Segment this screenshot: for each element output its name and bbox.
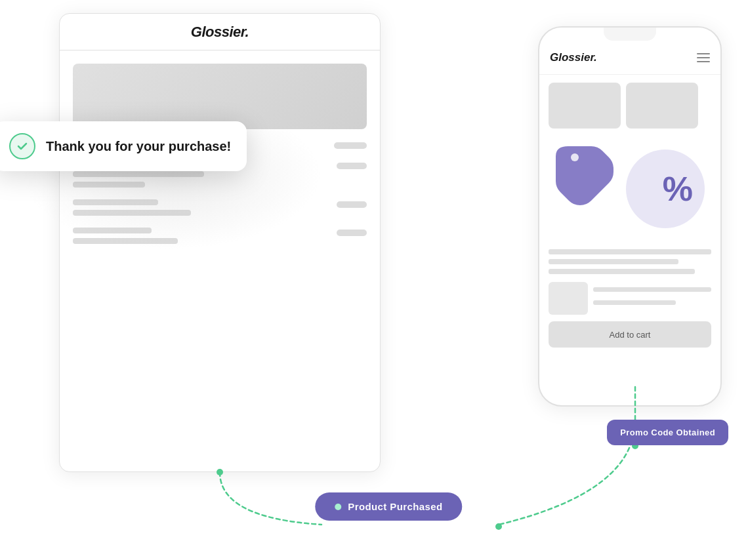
add-to-cart-button[interactable]: Add to cart [549,321,711,348]
mobile-notch [604,28,656,41]
svg-point-2 [495,523,502,530]
hamburger-line-3 [697,61,710,62]
check-circle [9,133,35,159]
mobile-content-lines [549,249,711,274]
line-placeholder [73,210,191,216]
checkmark-icon [16,140,29,153]
pill-placeholder [334,142,367,149]
mobile-image-right [626,83,698,129]
promo-code-label: Promo Code Obtained [607,420,728,445]
thank-you-notification: Thank you for your purchase! [0,121,247,171]
promo-illustration: % [549,136,711,241]
mobile-line [549,249,711,254]
mobile-product-details [593,282,711,315]
pill-placeholder [337,163,367,169]
content-row-3 [73,199,367,216]
browser-mockup: Glossier. [59,13,381,472]
mobile-mockup: Glossier. % [538,26,722,407]
mobile-line [593,287,711,292]
mobile-line [549,269,695,274]
product-purchased-label: Product Purchased [315,492,462,521]
product-purchased-dot [335,504,341,510]
mobile-image-left [549,83,621,129]
percent-icon: % [663,169,693,209]
content-row-4 [73,228,367,244]
line-placeholder [73,199,158,205]
mobile-product-row [549,282,711,315]
line-placeholder [73,182,145,188]
mobile-header: Glossier. [539,41,720,75]
line-placeholder [73,238,178,244]
browser-header: Glossier. [60,14,380,50]
mobile-images-row [549,83,711,129]
line-placeholder [73,228,152,233]
hamburger-line-1 [697,53,710,54]
pill-placeholder [337,201,367,208]
scene: Glossier. [0,0,748,560]
add-to-cart-label: Add to cart [610,330,651,340]
thank-you-text: Thank you for your purchase! [46,139,231,154]
mobile-product-image [549,282,588,315]
mobile-logo: Glossier. [550,51,597,64]
pill-placeholder [337,230,367,236]
mobile-line [549,259,678,264]
promo-code-text: Promo Code Obtained [620,428,715,437]
banner-placeholder [73,64,367,129]
price-tag-icon [555,143,614,209]
hamburger-icon [697,53,710,62]
browser-logo: Glossier. [191,24,249,41]
mobile-body: % Add to cart [539,75,720,355]
product-purchased-text: Product Purchased [348,501,442,512]
hamburger-line-2 [697,57,710,58]
svg-point-0 [571,153,579,161]
mobile-line [593,300,676,305]
line-placeholder [73,171,204,177]
